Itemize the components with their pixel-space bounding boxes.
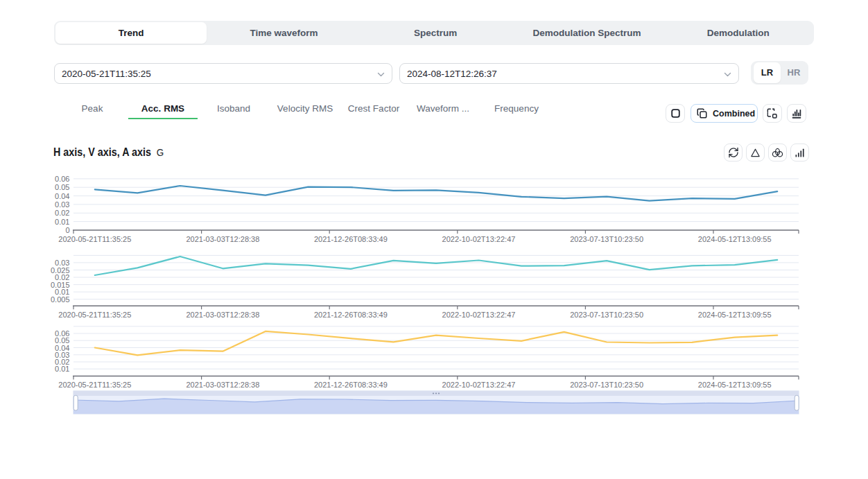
svg-text:2021-12-26T08:33:49: 2021-12-26T08:33:49 [314, 381, 388, 389]
svg-text:2022-10-02T13:22:47: 2022-10-02T13:22:47 [442, 235, 516, 243]
svg-text:2022-10-02T13:22:47: 2022-10-02T13:22:47 [442, 381, 516, 389]
svg-text:0.01: 0.01 [55, 218, 69, 226]
svg-text:2021-03-03T12:28:38: 2021-03-03T12:28:38 [186, 311, 259, 319]
svg-text:0.05: 0.05 [55, 183, 69, 191]
svg-text:2024-05-12T13:09:55: 2024-05-12T13:09:55 [698, 311, 772, 319]
svg-text:0.01: 0.01 [55, 365, 69, 373]
svg-text:2024-05-12T13:09:55: 2024-05-12T13:09:55 [698, 381, 772, 389]
svg-text:2020-05-21T11:35:25: 2020-05-21T11:35:25 [58, 381, 131, 389]
svg-text:0.03: 0.03 [55, 200, 69, 209]
svg-text:2023-07-13T10:23:50: 2023-07-13T10:23:50 [570, 381, 643, 389]
svg-text:2021-03-03T12:28:38: 2021-03-03T12:28:38 [186, 235, 259, 243]
svg-text:2024-05-12T13:09:55: 2024-05-12T13:09:55 [698, 235, 772, 243]
svg-text:2021-12-26T08:33:49: 2021-12-26T08:33:49 [314, 311, 388, 319]
svg-text:0.04: 0.04 [55, 192, 69, 200]
svg-text:0: 0 [65, 226, 69, 234]
svg-text:2023-07-13T10:23:50: 2023-07-13T10:23:50 [570, 311, 643, 319]
svg-text:0.005: 0.005 [51, 295, 70, 304]
svg-text:2023-07-13T10:23:50: 2023-07-13T10:23:50 [570, 235, 643, 243]
svg-text:2020-05-21T11:35:25: 2020-05-21T11:35:25 [58, 311, 131, 319]
svg-text:2021-12-26T08:33:49: 2021-12-26T08:33:49 [314, 235, 388, 243]
svg-text:0.06: 0.06 [55, 175, 69, 183]
svg-text:2022-10-02T13:22:47: 2022-10-02T13:22:47 [442, 311, 516, 319]
svg-text:2020-05-21T11:35:25: 2020-05-21T11:35:25 [58, 235, 131, 243]
svg-text:2021-03-03T12:28:38: 2021-03-03T12:28:38 [186, 381, 259, 389]
svg-text:0.02: 0.02 [55, 209, 69, 217]
